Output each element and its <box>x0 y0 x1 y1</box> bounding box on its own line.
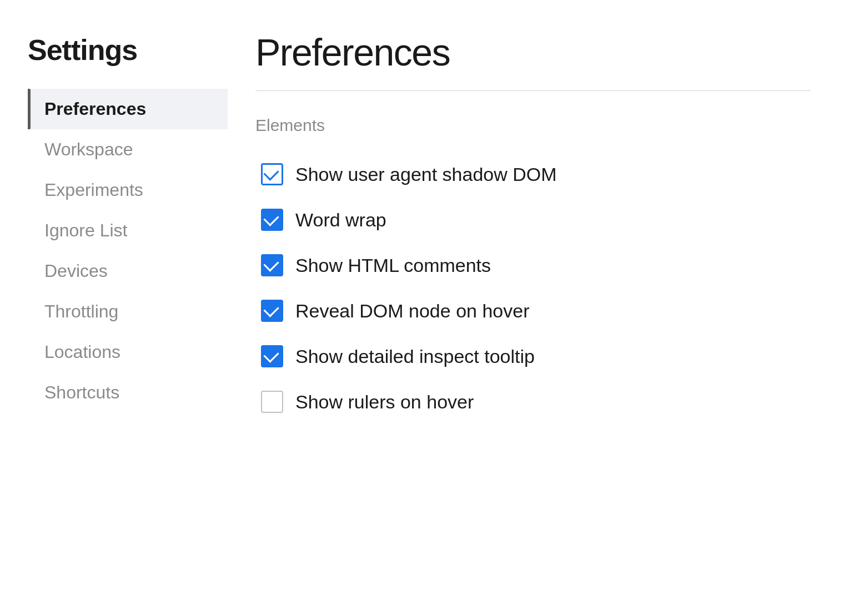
checkbox-label-shadow-dom[interactable]: Show user agent shadow DOM <box>295 164 557 185</box>
checkbox-shadow-dom[interactable] <box>261 163 283 185</box>
sidebar: Settings PreferencesWorkspaceExperiments… <box>0 0 222 616</box>
sidebar-title: Settings <box>28 33 222 67</box>
list-item: Show rulers on hover <box>255 382 811 422</box>
checkbox-label-html-comments[interactable]: Show HTML comments <box>295 255 491 276</box>
section-label: Elements <box>255 116 811 135</box>
checkbox-label-rulers-hover[interactable]: Show rulers on hover <box>295 391 474 413</box>
list-item: Reveal DOM node on hover <box>255 291 811 331</box>
checkbox-wrapper-reveal-dom <box>261 300 283 322</box>
sidebar-item-locations[interactable]: Locations <box>28 332 228 372</box>
checkbox-wrapper-html-comments <box>261 254 283 276</box>
sidebar-item-shortcuts[interactable]: Shortcuts <box>28 372 228 413</box>
sidebar-item-workspace[interactable]: Workspace <box>28 129 228 170</box>
list-item: Show HTML comments <box>255 245 811 285</box>
checkbox-wrapper-shadow-dom <box>261 163 283 185</box>
main-content: Preferences ElementsShow user agent shad… <box>222 0 844 616</box>
list-item: Word wrap <box>255 200 811 240</box>
sidebar-item-ignore-list[interactable]: Ignore List <box>28 210 228 251</box>
checkbox-wrapper-rulers-hover <box>261 391 283 413</box>
divider <box>255 90 811 91</box>
sections-container: ElementsShow user agent shadow DOMWord w… <box>255 116 811 422</box>
page-title: Preferences <box>255 31 811 74</box>
checkbox-word-wrap[interactable] <box>261 209 283 231</box>
checkbox-reveal-dom[interactable] <box>261 300 283 322</box>
list-item: Show detailed inspect tooltip <box>255 336 811 376</box>
section-elements: ElementsShow user agent shadow DOMWord w… <box>255 116 811 422</box>
sidebar-item-devices[interactable]: Devices <box>28 251 228 291</box>
sidebar-item-preferences[interactable]: Preferences <box>28 89 228 129</box>
sidebar-item-throttling[interactable]: Throttling <box>28 291 228 332</box>
sidebar-item-experiments[interactable]: Experiments <box>28 170 228 210</box>
sidebar-nav: PreferencesWorkspaceExperimentsIgnore Li… <box>28 89 222 413</box>
checkbox-rulers-hover[interactable] <box>261 391 283 413</box>
checkbox-label-word-wrap[interactable]: Word wrap <box>295 209 386 231</box>
checkbox-label-inspect-tooltip[interactable]: Show detailed inspect tooltip <box>295 346 535 367</box>
checkbox-inspect-tooltip[interactable] <box>261 345 283 367</box>
checkbox-wrapper-inspect-tooltip <box>261 345 283 367</box>
list-item: Show user agent shadow DOM <box>255 154 811 194</box>
checkbox-wrapper-word-wrap <box>261 209 283 231</box>
checkbox-label-reveal-dom[interactable]: Reveal DOM node on hover <box>295 300 529 322</box>
checkbox-html-comments[interactable] <box>261 254 283 276</box>
checkbox-list: Show user agent shadow DOMWord wrapShow … <box>255 154 811 422</box>
